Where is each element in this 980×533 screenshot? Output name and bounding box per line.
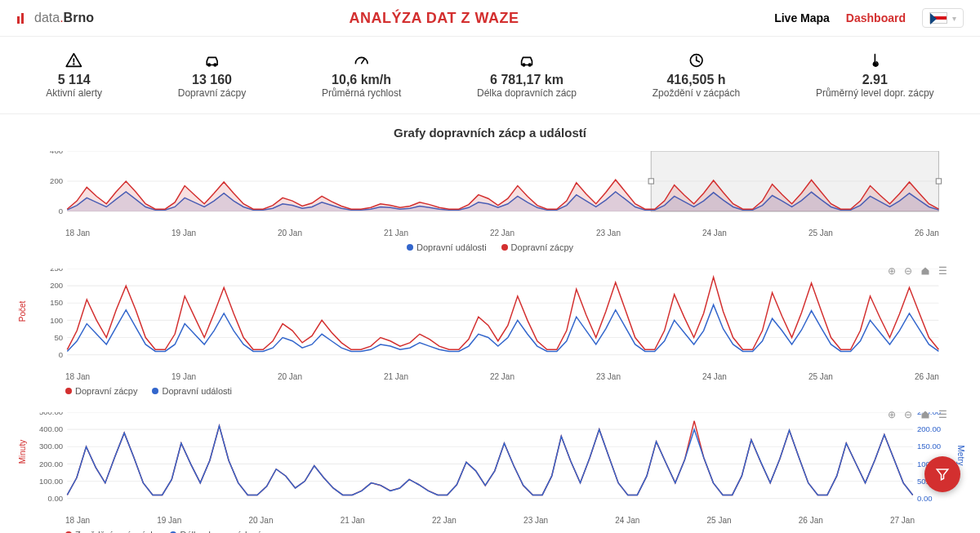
svg-text:150.00: 150.00 [917,442,941,451]
y-axis-label: Počet [18,301,27,322]
svg-text:0.00: 0.00 [48,494,64,503]
menu-icon[interactable]: ☰ [938,409,947,420]
app-header: data.Brno ANALÝZA DAT Z WAZE Live Mapa D… [0,0,980,36]
stat-label: Průměrný level dopr. zácpy [816,87,934,99]
svg-text:0: 0 [59,207,63,215]
chart-1: 020040018 Jan19 Jan20 Jan21 Jan22 Jan23 … [33,151,947,252]
speed-icon [322,51,401,69]
stat-value: 6 781,17 km [477,73,577,87]
svg-text:200.00: 200.00 [39,459,63,468]
svg-text:300.00: 300.00 [39,442,63,451]
zoom-in-icon[interactable]: ⊕ [888,265,896,277]
stat-label: Délka dopravních zácp [477,87,577,99]
home-icon[interactable] [920,266,930,276]
y-axis-label: Minuty [18,440,27,464]
brand-prefix: data [34,11,60,24]
legend-item[interactable]: Dopravní události [152,386,232,396]
stat-value: 10,6 km/h [322,73,401,87]
svg-point-12 [873,63,876,66]
clock-icon [653,51,740,69]
svg-rect-0 [17,16,20,24]
legend-item[interactable]: Zpoždění v zácpách [65,530,155,533]
chart-legend: Dopravní událostiDopravní zácpy [33,242,947,252]
svg-text:400: 400 [50,151,63,155]
brand-suffix: Brno [64,11,94,24]
thermometer-icon [816,51,934,69]
x-axis-ticks: 18 Jan19 Jan20 Jan21 Jan22 Jan23 Jan24 J… [33,372,947,381]
svg-text:100: 100 [50,316,63,325]
funnel-icon [924,467,960,482]
zoom-in-icon[interactable]: ⊕ [888,409,896,420]
stat-card: 10,6 km/h Průměrná rychlost [322,51,401,99]
svg-text:150: 150 [50,299,63,308]
menu-icon[interactable]: ☰ [938,265,947,277]
chart-svg[interactable]: 050100150200250 [33,269,947,372]
logo[interactable]: data.Brno [16,11,94,25]
chart-2: ⊕ ⊖ ☰ Počet05010015020025018 Jan19 Jan20… [33,269,947,396]
chart-svg[interactable]: 0200400 [33,151,947,229]
chart-legend: Dopravní zácpyDopravní události [33,386,947,396]
svg-point-3 [74,64,74,64]
chart-legend: Zpoždění v zácpáchDélka dopravních zácp [33,530,947,533]
svg-text:400.00: 400.00 [39,424,63,433]
svg-text:50: 50 [54,333,63,342]
svg-text:200: 200 [50,176,63,185]
stat-label: Dopravní zácpy [178,87,246,99]
car-icon [178,51,246,69]
chevron-down-icon: ▾ [952,14,956,23]
section-title: Grafy dopravních zácp a událostí [0,114,980,151]
legend-item[interactable]: Délka dopravních zácp [170,530,271,533]
stat-card: 6 781,17 km Délka dopravních zácp [477,51,577,99]
svg-line-11 [696,60,699,62]
svg-rect-1 [21,13,24,24]
svg-text:200: 200 [50,281,63,290]
zoom-out-icon[interactable]: ⊖ [904,265,912,277]
stat-label: Zpoždění v zácpách [653,87,740,99]
stat-card: 13 160 Dopravní zácpy [178,51,246,99]
zoom-out-icon[interactable]: ⊖ [904,409,912,420]
flag-czech-icon [929,12,947,24]
svg-text:0.00: 0.00 [917,494,933,503]
legend-item[interactable]: Dopravní zácpy [501,242,573,252]
svg-text:500.00: 500.00 [39,412,63,416]
y-axis-label-right: Metry [956,445,965,465]
filter-fab[interactable] [924,456,960,492]
page-title: ANALÝZA DAT Z WAZE [350,10,519,27]
x-axis-ticks: 18 Jan19 Jan20 Jan21 Jan22 Jan23 Jan24 J… [33,229,947,238]
stat-card: 5 114 Aktivní alerty [46,51,102,99]
legend-item[interactable]: Dopravní zácpy [65,386,137,396]
warning-icon [46,51,102,69]
language-select[interactable]: ▾ [922,8,964,28]
chart-toolbar: ⊕ ⊖ ☰ [888,409,947,420]
chart-svg[interactable]: 0.00100.00200.00300.00400.00500.000.0050… [33,412,947,516]
svg-rect-20 [648,179,653,184]
x-axis-ticks: 18 Jan19 Jan20 Jan21 Jan22 Jan23 Jan24 J… [33,516,947,525]
svg-text:250: 250 [50,269,63,273]
legend-item[interactable]: Dopravní události [407,242,487,252]
stat-label: Aktivní alerty [46,87,102,99]
svg-line-6 [362,59,365,64]
stat-card: 416,505 h Zpoždění v zácpách [653,51,740,99]
stat-label: Průměrná rychlost [322,87,401,99]
nav-live-mapa[interactable]: Live Mapa [774,11,830,24]
car-icon [477,51,577,69]
svg-text:0: 0 [59,350,63,359]
chart-3: ⊕ ⊖ ☰ MinutyMetry0.00100.00200.00300.004… [33,412,947,533]
stat-value: 2.91 [816,73,934,87]
stat-card: 2.91 Průměrný level dopr. zácpy [816,51,934,99]
svg-rect-21 [936,179,941,184]
svg-text:200.00: 200.00 [917,424,941,433]
svg-text:100.00: 100.00 [39,477,63,486]
stats-row: 5 114 Aktivní alerty 13 160 Dopravní zác… [0,36,980,114]
logo-bars-icon [16,11,29,24]
top-nav: Live Mapa Dashboard ▾ [774,8,964,28]
stat-value: 5 114 [46,73,102,87]
chart-toolbar: ⊕ ⊖ ☰ [888,265,947,277]
nav-dashboard[interactable]: Dashboard [846,11,906,24]
charts-container: 020040018 Jan19 Jan20 Jan21 Jan22 Jan23 … [0,151,980,533]
stat-value: 416,505 h [653,73,740,87]
home-icon[interactable] [920,410,930,420]
stat-value: 13 160 [178,73,246,87]
